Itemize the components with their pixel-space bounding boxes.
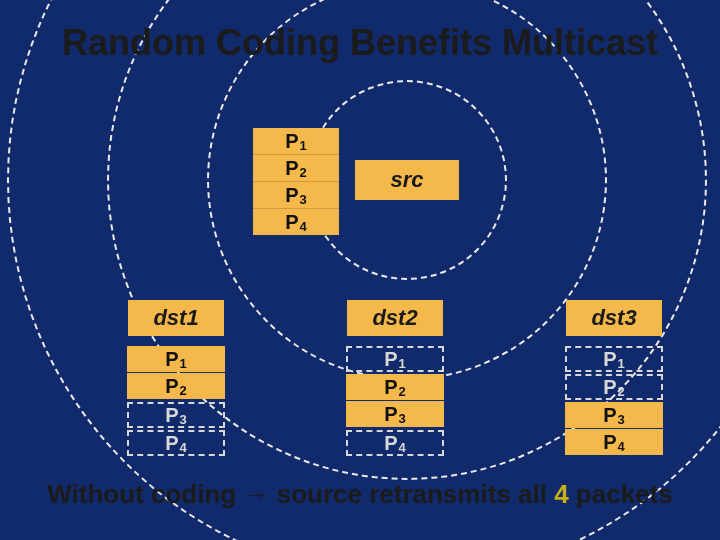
- dst2-p4: P4: [346, 430, 444, 456]
- dst1-p3: P3: [127, 402, 225, 428]
- packet-p4: P4: [253, 208, 339, 235]
- dst1-p2: P2: [127, 373, 225, 399]
- source-node: src: [355, 160, 459, 200]
- destination-2-label: dst2: [347, 300, 443, 336]
- slide-footer: Without coding → source retransmits all …: [0, 479, 720, 510]
- footer-count: 4: [554, 479, 568, 509]
- dst1-p1: P1: [127, 346, 225, 372]
- dst3-p4: P4: [565, 429, 663, 455]
- dst2-p3: P3: [346, 401, 444, 427]
- slide-title: Random Coding Benefits Multicast: [0, 22, 720, 64]
- footer-pre: Without coding: [47, 479, 243, 509]
- destination-1-label: dst1: [128, 300, 224, 336]
- footer-mid: source retransmits all: [269, 479, 554, 509]
- dst2-p2: P2: [346, 374, 444, 400]
- dst3-p1: P1: [565, 346, 663, 372]
- arrow-icon: →: [243, 479, 269, 509]
- packet-p3: P3: [253, 181, 339, 208]
- footer-post: packets: [569, 479, 673, 509]
- slide-stage: Random Coding Benefits Multicast P1 P2 P…: [0, 0, 720, 540]
- broadcast-ring-4: [7, 0, 720, 540]
- dst1-p4: P4: [127, 430, 225, 456]
- packet-p1: P1: [253, 128, 339, 154]
- dst2-p1: P1: [346, 346, 444, 372]
- packet-p2: P2: [253, 154, 339, 181]
- destination-3-label: dst3: [566, 300, 662, 336]
- source-packet-stack: P1 P2 P3 P4: [253, 128, 339, 235]
- dst3-p2: P2: [565, 374, 663, 400]
- dst3-p3: P3: [565, 402, 663, 428]
